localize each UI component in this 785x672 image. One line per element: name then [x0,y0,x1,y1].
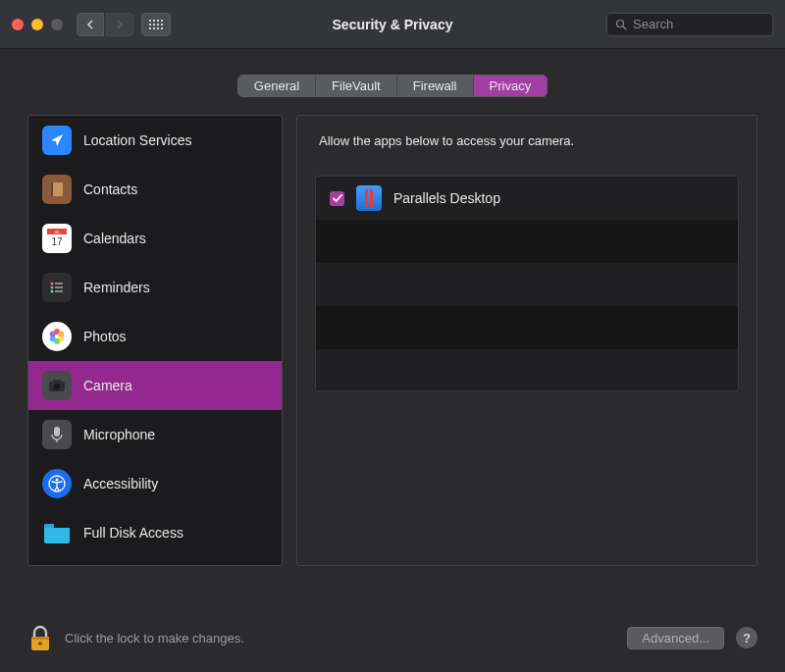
chevron-left-icon [86,20,94,29]
app-name: Parallels Desktop [393,190,500,206]
sidebar-item-contacts[interactable]: Contacts [28,165,282,214]
sidebar-item-full-disk-access[interactable]: Full Disk Access [28,508,282,557]
svg-text:17: 17 [51,236,63,247]
lock-button[interactable] [27,623,53,652]
window-controls [12,19,63,30]
svg-line-1 [623,26,626,29]
folder-icon [42,518,72,547]
titlebar: Security & Privacy [0,0,785,49]
sidebar-item-reminders[interactable]: Reminders [28,263,282,312]
app-row-empty [316,306,738,349]
tab-filevault[interactable]: FileVault [316,76,397,96]
minimize-window-button[interactable] [31,19,43,30]
svg-point-19 [50,332,56,337]
app-list[interactable]: Parallels Desktop [315,176,739,391]
advanced-button[interactable]: Advanced... [627,627,724,649]
svg-point-10 [51,286,54,289]
microphone-icon [42,420,72,449]
svg-rect-9 [55,283,63,284]
svg-point-8 [51,283,54,285]
svg-point-0 [617,20,624,26]
app-row[interactable]: Parallels Desktop [316,177,738,220]
svg-rect-23 [54,427,60,437]
privacy-sidebar[interactable]: Location Services Contacts JUL17 Calenda… [27,115,283,566]
sidebar-item-location-services[interactable]: Location Services [28,116,282,165]
sidebar-item-label: Calendars [83,231,146,246]
lock-hint-text: Click the lock to make changes. [65,631,244,646]
sidebar-item-camera[interactable]: Camera [28,361,282,410]
sidebar-item-label: Photos [83,329,127,344]
location-icon [42,126,72,155]
svg-point-12 [51,290,54,293]
camera-prompt: Allow the apps below to access your came… [315,133,739,148]
app-row-empty [316,349,738,391]
tab-general[interactable]: General [238,76,316,96]
reminders-icon [42,273,72,302]
svg-rect-11 [55,286,63,288]
lock-icon [29,625,51,652]
photos-icon [42,322,72,351]
app-row-empty [316,220,738,263]
zoom-window-button [51,19,63,30]
svg-rect-27 [44,524,54,528]
tab-firewall[interactable]: Firewall [397,76,474,96]
svg-rect-13 [55,290,63,292]
sidebar-item-label: Location Services [83,132,192,148]
camera-icon [42,371,72,400]
sidebar-item-label: Contacts [83,181,137,197]
sidebar-item-label: Reminders [83,280,150,295]
sidebar-item-accessibility[interactable]: Accessibility [28,459,282,508]
svg-rect-3 [51,182,53,196]
search-input[interactable] [633,17,764,31]
contacts-icon [42,175,72,204]
tab-bar: General FileVault Firewall Privacy [0,75,785,97]
forward-button [106,13,133,36]
parallels-desktop-icon [356,185,382,211]
search-field[interactable] [606,13,773,36]
app-checkbox[interactable] [330,191,344,206]
main-panel: Allow the apps below to access your came… [296,115,758,566]
sidebar-item-microphone[interactable]: Microphone [28,410,282,459]
sidebar-item-calendars[interactable]: JUL17 Calendars [28,214,282,263]
tab-privacy[interactable]: Privacy [474,76,548,96]
accessibility-icon [42,469,72,498]
grid-icon [149,20,163,29]
sidebar-item-photos[interactable]: Photos [28,312,282,361]
app-row-empty [316,263,738,306]
svg-point-26 [56,479,59,482]
back-button[interactable] [77,13,104,36]
nav-buttons [77,13,133,36]
check-icon [333,194,342,203]
sidebar-item-label: Camera [83,378,132,393]
show-all-button[interactable] [141,13,171,36]
sidebar-item-label: Full Disk Access [83,525,183,541]
svg-rect-22 [53,380,61,383]
calendar-icon: JUL17 [42,224,72,253]
svg-rect-29 [31,637,49,640]
svg-text:JUL: JUL [54,231,60,234]
svg-point-21 [54,384,60,389]
sidebar-item-label: Microphone [83,427,155,442]
search-icon [615,19,627,30]
sidebar-item-label: Accessibility [83,476,158,491]
help-button[interactable]: ? [736,627,758,648]
chevron-right-icon [116,20,124,29]
footer: Click the lock to make changes. Advanced… [0,603,785,672]
svg-point-30 [38,642,42,646]
close-window-button[interactable] [12,19,24,30]
